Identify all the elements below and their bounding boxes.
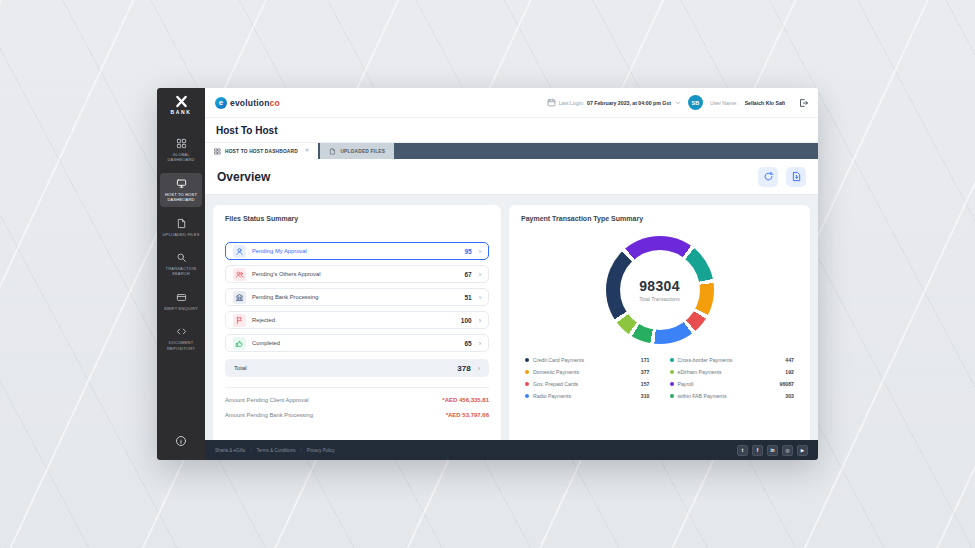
footer: Sharia & eGifts Terms & Conditions Priva… (205, 440, 818, 460)
sidebar-item-label: UPLOADED FILES (162, 232, 199, 237)
legend-item: Cross-border Payments 447 (670, 357, 795, 363)
payment-transaction-card: Payment Transaction Type Summary 98304 T… (509, 205, 810, 440)
brand-logo-icon (215, 97, 227, 109)
sidebar-item-host-to-host-dashboard[interactable]: HOST TO HOST DASHBOARD (160, 173, 202, 207)
grid-icon (176, 138, 187, 149)
tab-host-to-host-dashboard[interactable]: HOST TO HOST DASHBOARD (205, 143, 318, 159)
sidebar-item-label: SWIFT ENQUIRY (164, 306, 198, 311)
calendar-icon (547, 98, 556, 107)
total-transactions-value: 98304 (639, 278, 679, 294)
sidebar-nav: GLOBAL DASHBOARD HOST TO HOST DASHBOARD … (157, 133, 205, 361)
header-right: Last Login: 07 February 2023, at 04:00 p… (547, 95, 808, 110)
sidebar-item-label: HOST TO HOST DASHBOARD (161, 192, 201, 203)
sidebar-item-global-dashboard[interactable]: GLOBAL DASHBOARD (160, 133, 202, 167)
total-transactions-label: Total Transactions (639, 296, 679, 302)
facebook-icon[interactable]: f (752, 445, 763, 456)
sidebar: BANK GLOBAL DASHBOARD HOST TO HOST DASHB… (157, 88, 205, 460)
twitter-icon[interactable]: t (737, 445, 748, 456)
amount-pending-client-approval: Amount Pending Client Approval *AED 456,… (225, 397, 489, 403)
divider (250, 448, 251, 453)
chart-legend: Credit Card Payments 171 Domestic Paymen… (521, 357, 798, 399)
legend-item: Payroll 96087 (670, 381, 795, 387)
page-background: BANK GLOBAL DASHBOARD HOST TO HOST DASHB… (0, 0, 975, 548)
status-row-pending-my-approval[interactable]: Pending My Approval 95 (225, 242, 489, 260)
instagram-icon[interactable]: ◎ (782, 445, 793, 456)
files-status-card: Files Status Summary Pending My Approval… (213, 205, 501, 440)
page-title: Host To Host (216, 125, 277, 136)
brand: evolutionco (215, 97, 280, 109)
donut-chart: 98304 Total Transactions (606, 236, 714, 344)
top-header: evolutionco Last Login: 07 February 2023… (205, 88, 818, 118)
status-row-rejected[interactable]: Rejected 100 (225, 311, 489, 329)
footer-link-sharia[interactable]: Sharia & eGifts (215, 448, 245, 453)
chevron-right-icon (479, 340, 481, 347)
divider (225, 387, 489, 388)
sidebar-item-label: DOCUMENT REPOSITORY (161, 340, 201, 351)
legend-dot (670, 394, 674, 398)
legend-dot (525, 382, 529, 386)
files-status-list: Pending My Approval 95 Pending's Others … (225, 242, 489, 377)
main-area: evolutionco Last Login: 07 February 2023… (205, 88, 818, 460)
flag-icon (233, 314, 246, 327)
legend-item: eDirham Payments 192 (670, 369, 795, 375)
host-to-host-icon (176, 178, 187, 189)
close-icon[interactable] (305, 148, 310, 154)
chevron-right-icon (479, 317, 481, 324)
status-row-pendings-others-approval[interactable]: Pending's Others Approval 67 (225, 265, 489, 283)
app-window: BANK GLOBAL DASHBOARD HOST TO HOST DASHB… (157, 88, 818, 460)
donut-center: 98304 Total Transactions (620, 250, 700, 330)
chevron-down-icon (675, 100, 681, 106)
bank-icon (233, 291, 246, 304)
linkedin-icon[interactable]: in (767, 445, 778, 456)
card-title: Payment Transaction Type Summary (521, 215, 798, 222)
refresh-button[interactable] (758, 167, 778, 187)
chevron-right-icon (479, 248, 481, 255)
legend-dot (525, 358, 529, 362)
avatar[interactable]: SB (688, 95, 703, 110)
donut-chart-wrap: 98304 Total Transactions (521, 236, 798, 344)
legend-item: Credit Card Payments 171 (525, 357, 650, 363)
user-name-label: User Name: (710, 100, 738, 106)
legend-item: Gov. Prepaid Cards 157 (525, 381, 650, 387)
legend-item: Domestic Payments 377 (525, 369, 650, 375)
legend-item: Radio Payments 310 (525, 393, 650, 399)
legend-dot (670, 370, 674, 374)
last-login-dropdown[interactable]: Last Login: 07 February 2023, at 04:00 p… (547, 98, 681, 107)
users-icon (233, 268, 246, 281)
bank-logo-text: BANK (171, 109, 192, 115)
footer-link-terms[interactable]: Terms & Conditions (256, 448, 295, 453)
file-icon (329, 148, 336, 155)
transaction-search-icon (176, 252, 187, 263)
legend-dot (525, 370, 529, 374)
sidebar-item-document-repository[interactable]: DOCUMENT REPOSITORY (160, 321, 202, 355)
swift-enquiry-icon (176, 292, 187, 303)
export-button[interactable] (786, 167, 806, 187)
brand-name: evolutionco (230, 98, 280, 108)
footer-link-privacy[interactable]: Privacy Policy (307, 448, 335, 453)
status-row-completed[interactable]: Completed 65 (225, 334, 489, 352)
logout-icon[interactable] (798, 98, 808, 108)
amount-pending-bank-processing: Amount Pending Bank Processing *AED 53,7… (225, 412, 489, 418)
sidebar-item-swift-enquiry[interactable]: SWIFT ENQUIRY (160, 287, 202, 315)
overview-actions (758, 167, 806, 187)
status-total-row[interactable]: Total 378 (225, 359, 489, 377)
section-title: Overview (217, 170, 270, 184)
bank-logo: BANK (171, 95, 192, 115)
tab-bar: HOST TO HOST DASHBOARD UPLOADED FILES (205, 143, 818, 159)
chevron-right-icon (479, 294, 481, 301)
page-title-bar: Host To Host (205, 118, 818, 143)
youtube-icon[interactable]: ▶ (797, 445, 808, 456)
chevron-right-icon (478, 365, 480, 372)
sidebar-item-transaction-search[interactable]: TRANSACTION SEARCH (160, 247, 202, 281)
status-row-pending-bank-processing[interactable]: Pending Bank Processing 51 (225, 288, 489, 306)
tab-uploaded-files[interactable]: UPLOADED FILES (320, 143, 394, 159)
uploaded-files-icon (176, 218, 187, 229)
help-icon[interactable] (174, 433, 189, 448)
chevron-right-icon (479, 271, 481, 278)
last-login-label: Last Login: (559, 100, 584, 106)
overview-header: Overview (205, 159, 818, 195)
legend-dot (670, 382, 674, 386)
sidebar-item-uploaded-files[interactable]: UPLOADED FILES (160, 213, 202, 241)
footer-links: Sharia & eGifts Terms & Conditions Priva… (215, 448, 335, 453)
sidebar-item-label: TRANSACTION SEARCH (161, 266, 201, 277)
